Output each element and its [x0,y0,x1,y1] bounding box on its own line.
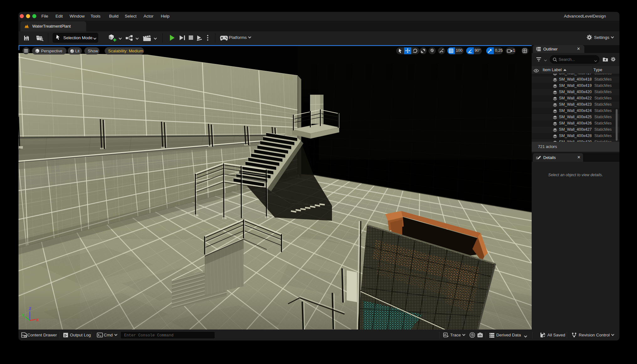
svg-text:X: X [36,318,39,322]
svg-text:Z: Z [29,306,31,311]
svg-text:Y: Y [22,313,24,318]
